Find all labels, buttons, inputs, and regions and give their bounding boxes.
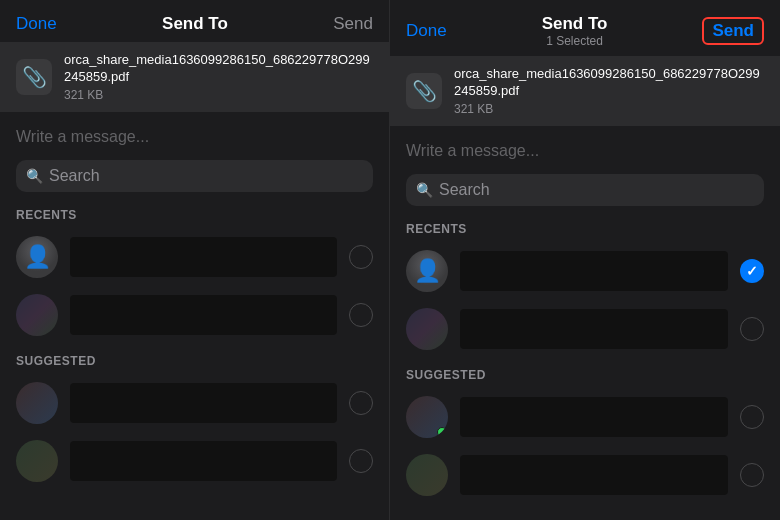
right-title: Send To	[542, 14, 608, 34]
right-attachment-info: orca_share_media1636099286150_686229778O…	[454, 66, 764, 116]
contact-image	[70, 383, 337, 423]
right-search-container: 🔍 Search	[390, 168, 780, 212]
contact-image	[70, 237, 337, 277]
left-message-input[interactable]: Write a message...	[0, 120, 389, 154]
left-filename: orca_share_media1636099286150_686229778O…	[64, 52, 373, 86]
left-header: Done Send To Send	[0, 0, 389, 42]
left-attachment-info: orca_share_media1636099286150_686229778O…	[64, 52, 373, 102]
avatar	[16, 382, 58, 424]
contact-image	[460, 455, 728, 495]
right-header: Done Send To 1 Selected Send	[390, 0, 780, 56]
list-item[interactable]	[0, 286, 389, 344]
list-item[interactable]	[390, 300, 780, 358]
contact-image	[460, 309, 728, 349]
right-send-button[interactable]: Send	[702, 17, 764, 45]
left-section-recents: RECENTS	[0, 198, 389, 228]
right-panel: Done Send To 1 Selected Send 📎 orca_shar…	[390, 0, 780, 520]
right-subtitle: 1 Selected	[546, 34, 603, 48]
avatar	[406, 396, 448, 438]
left-search-box[interactable]: 🔍 Search	[16, 160, 373, 192]
list-item[interactable]: 👤	[390, 242, 780, 300]
avatar-icon: 👤	[414, 258, 441, 284]
left-title: Send To	[162, 14, 228, 34]
right-search-box[interactable]: 🔍 Search	[406, 174, 764, 206]
right-section-suggested: SUGGESTED	[390, 358, 780, 388]
list-item[interactable]	[0, 374, 389, 432]
select-radio[interactable]	[740, 317, 764, 341]
left-filesize: 321 KB	[64, 88, 373, 102]
right-search-icon: 🔍	[416, 182, 433, 198]
list-item[interactable]	[390, 388, 780, 446]
avatar: 👤	[16, 236, 58, 278]
avatar	[406, 454, 448, 496]
online-indicator	[437, 427, 447, 437]
left-panel: Done Send To Send 📎 orca_share_media1636…	[0, 0, 390, 520]
list-item[interactable]: 👤	[0, 228, 389, 286]
select-radio[interactable]	[349, 303, 373, 327]
left-send-button[interactable]: Send	[333, 14, 373, 34]
contact-image	[460, 251, 728, 291]
left-search-container: 🔍 Search	[0, 154, 389, 198]
right-search-text: Search	[439, 181, 490, 199]
select-radio[interactable]	[740, 259, 764, 283]
list-item[interactable]	[390, 446, 780, 504]
right-attachment: 📎 orca_share_media1636099286150_68622977…	[390, 56, 780, 126]
right-filesize: 321 KB	[454, 102, 764, 116]
right-message-input[interactable]: Write a message...	[390, 134, 780, 168]
right-filename: orca_share_media1636099286150_686229778O…	[454, 66, 764, 100]
avatar: 👤	[406, 250, 448, 292]
left-contact-list: RECENTS 👤 SUGGESTED	[0, 198, 389, 520]
avatar-icon: 👤	[24, 244, 51, 270]
left-section-suggested: SUGGESTED	[0, 344, 389, 374]
select-radio[interactable]	[740, 405, 764, 429]
avatar	[16, 440, 58, 482]
left-search-text: Search	[49, 167, 100, 185]
left-attachment: 📎 orca_share_media1636099286150_68622977…	[0, 42, 389, 112]
select-radio[interactable]	[349, 245, 373, 269]
right-attachment-icon: 📎	[406, 73, 442, 109]
contact-image	[70, 441, 337, 481]
left-search-icon: 🔍	[26, 168, 43, 184]
select-radio[interactable]	[349, 391, 373, 415]
left-header-center: Send To	[162, 14, 228, 34]
right-section-recents: RECENTS	[390, 212, 780, 242]
contact-image	[70, 295, 337, 335]
left-done-button[interactable]: Done	[16, 14, 57, 34]
right-header-center: Send To 1 Selected	[542, 14, 608, 48]
avatar	[16, 294, 58, 336]
left-attachment-icon: 📎	[16, 59, 52, 95]
avatar	[406, 308, 448, 350]
right-contact-list: RECENTS 👤 SUGGESTED	[390, 212, 780, 520]
select-radio[interactable]	[349, 449, 373, 473]
select-radio[interactable]	[740, 463, 764, 487]
list-item[interactable]	[0, 432, 389, 490]
contact-image	[460, 397, 728, 437]
right-done-button[interactable]: Done	[406, 21, 447, 41]
